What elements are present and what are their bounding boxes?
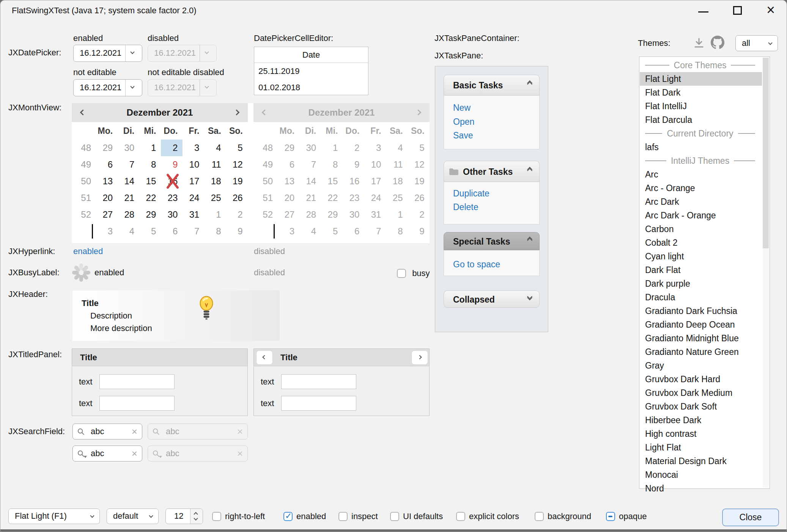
- theme-item[interactable]: Flat Light: [640, 72, 762, 86]
- task-link-new[interactable]: New: [453, 103, 471, 113]
- day-cell[interactable]: 24: [183, 190, 204, 206]
- minimize-button[interactable]: [692, 0, 715, 20]
- themes-filter-combo[interactable]: all: [735, 35, 778, 51]
- laf-combo[interactable]: Flat Light (F1): [8, 508, 100, 524]
- theme-item[interactable]: Gruvbox Dark Hard: [640, 372, 762, 386]
- day-cell[interactable]: 27: [96, 206, 118, 223]
- expand-chevron-down-icon[interactable]: [528, 295, 532, 300]
- day-cell[interactable]: 7: [183, 223, 204, 240]
- theme-item[interactable]: Cobalt 2: [640, 236, 762, 250]
- search-text[interactable]: abc: [91, 424, 104, 439]
- checkbox-ui-defaults[interactable]: UI defaults: [390, 511, 443, 521]
- day-cell[interactable]: 6: [161, 223, 183, 240]
- theme-item[interactable]: Nord: [640, 482, 762, 495]
- task-link-save[interactable]: Save: [453, 130, 473, 141]
- datepicker-value[interactable]: 16.12.2021: [80, 45, 121, 61]
- theme-item[interactable]: Cyan light: [640, 250, 762, 263]
- theme-item[interactable]: Gruvbox Dark Medium: [640, 386, 762, 400]
- datepicker-dropdown-button[interactable]: [125, 80, 142, 96]
- theme-item[interactable]: Gradianto Dark Fuchsia: [640, 304, 762, 318]
- titlebar-right-button[interactable]: [411, 350, 428, 365]
- maximize-button[interactable]: [726, 0, 749, 20]
- theme-item[interactable]: Dracula: [640, 290, 762, 304]
- clear-icon[interactable]: ×: [132, 446, 137, 461]
- day-cell[interactable]: 1: [204, 206, 226, 223]
- theme-item[interactable]: Arc Dark: [640, 195, 762, 209]
- checkbox-opaque[interactable]: opaque: [606, 511, 647, 521]
- datepicker-noteditable[interactable]: 16.12.2021: [73, 79, 142, 96]
- text-input[interactable]: [99, 396, 175, 411]
- day-cell[interactable]: 9: [226, 223, 248, 240]
- day-cell[interactable]: 3: [96, 223, 118, 240]
- day-cell[interactable]: 11: [204, 156, 226, 173]
- day-cell[interactable]: 20: [96, 190, 118, 206]
- prev-month-icon[interactable]: [80, 110, 86, 116]
- checkbox-explicit-colors[interactable]: explicit colors: [456, 511, 519, 521]
- day-cell[interactable]: 15: [139, 173, 161, 190]
- theme-item[interactable]: Gruvbox Dark Soft: [640, 400, 762, 413]
- search-field-enabled[interactable]: abc ×: [72, 424, 142, 439]
- theme-item[interactable]: Gradianto Midnight Blue: [640, 331, 762, 345]
- collapse-chevron-up-icon[interactable]: [528, 81, 532, 86]
- theme-item[interactable]: Hiberbee Dark: [640, 413, 762, 427]
- day-cell[interactable]: 8: [139, 156, 161, 173]
- theme-item[interactable]: Gray: [640, 359, 762, 372]
- day-cell[interactable]: 29: [139, 206, 161, 223]
- theme-item[interactable]: Arc Dark - Orange: [640, 209, 762, 222]
- clear-icon[interactable]: ×: [132, 424, 137, 439]
- day-cell[interactable]: 1: [139, 140, 161, 156]
- collapse-chevron-up-icon[interactable]: [528, 168, 532, 173]
- day-cell[interactable]: 28: [118, 206, 139, 223]
- taskpane-header-special-tasks[interactable]: Special Tasks: [444, 232, 540, 250]
- scrollbar-track[interactable]: [763, 58, 769, 488]
- download-icon[interactable]: [693, 37, 705, 49]
- text-input[interactable]: [99, 374, 175, 389]
- day-cell[interactable]: 12: [226, 156, 248, 173]
- theme-item[interactable]: Dark purple: [640, 277, 762, 290]
- day-cell[interactable]: 26: [226, 190, 248, 206]
- theme-item[interactable]: Light Flat: [640, 441, 762, 454]
- taskpane-header-other-tasks[interactable]: Other Tasks: [444, 161, 540, 182]
- day-cell[interactable]: 9: [161, 156, 183, 173]
- day-cell[interactable]: 2: [226, 206, 248, 223]
- datepicker-enabled[interactable]: 16.12.2021: [73, 45, 142, 62]
- day-cell[interactable]: 31: [183, 206, 204, 223]
- text-input[interactable]: [281, 374, 356, 389]
- table-row[interactable]: 25.11.2019: [254, 63, 368, 79]
- taskpane-header-collapsed[interactable]: Collapsed: [444, 290, 540, 308]
- collapse-chevron-up-icon[interactable]: [528, 237, 532, 242]
- day-cell[interactable]: 25: [204, 190, 226, 206]
- day-cell[interactable]: 30: [161, 206, 183, 223]
- day-cell[interactable]: 14: [118, 173, 139, 190]
- theme-item[interactable]: Gradianto Deep Ocean: [640, 318, 762, 331]
- task-link-open[interactable]: Open: [453, 117, 474, 127]
- table-row[interactable]: 01.02.2018: [254, 79, 368, 96]
- day-cell[interactable]: 17: [183, 173, 204, 190]
- search-field-with-menu[interactable]: abc ×: [72, 446, 142, 461]
- theme-item[interactable]: Arc: [640, 168, 762, 181]
- day-cell[interactable]: 3: [183, 140, 204, 156]
- day-cell[interactable]: 30: [118, 140, 139, 156]
- theme-item[interactable]: Flat Darcula: [640, 113, 762, 127]
- busy-checkbox[interactable]: busy: [397, 268, 430, 278]
- theme-item[interactable]: Carbon: [640, 222, 762, 236]
- day-cell[interactable]: 4: [204, 140, 226, 156]
- day-cell[interactable]: 29: [96, 140, 118, 156]
- task-link-go-to-space[interactable]: Go to space: [453, 259, 500, 270]
- theme-item[interactable]: Monocai: [640, 468, 762, 482]
- theme-item[interactable]: Gradianto Nature Green: [640, 345, 762, 359]
- datepicker-value[interactable]: 16.12.2021: [80, 80, 121, 96]
- theme-item[interactable]: High contrast: [640, 427, 762, 441]
- spinner-down-icon[interactable]: [194, 516, 198, 520]
- theme-item[interactable]: Material Design Dark: [640, 454, 762, 468]
- close-button[interactable]: Close: [722, 508, 779, 526]
- checkbox-inspect[interactable]: inspect: [338, 511, 378, 521]
- theme-item[interactable]: lafs: [640, 140, 762, 154]
- day-cell[interactable]: 22: [139, 190, 161, 206]
- spinner-up-icon[interactable]: [194, 512, 198, 516]
- checkbox-right-to-left[interactable]: right-to-left: [212, 511, 265, 521]
- day-cell[interactable]: 4: [118, 223, 139, 240]
- next-month-icon[interactable]: [234, 110, 240, 116]
- task-link-delete[interactable]: Delete: [453, 202, 478, 212]
- day-cell[interactable]: 16: [161, 173, 183, 190]
